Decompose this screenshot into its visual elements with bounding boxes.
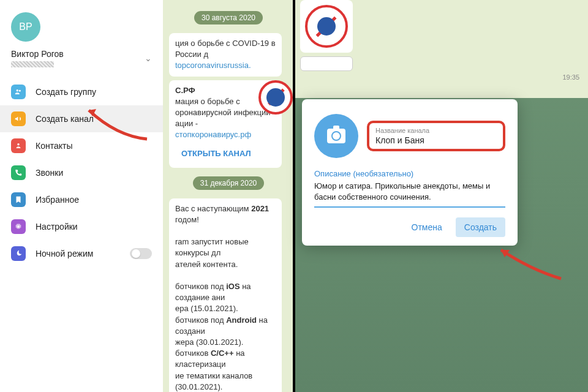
cancel-button[interactable]: Отмена: [403, 217, 451, 237]
field-value: Клоп и Баня: [375, 135, 497, 145]
text: годом!: [175, 215, 199, 224]
text: мация о борьбе с: [175, 97, 240, 106]
group-icon: [11, 85, 26, 99]
text: Android: [226, 315, 257, 325]
text: оронавирусной инфекции: [175, 108, 271, 117]
date-pill: 31 декабря 2020: [193, 176, 264, 190]
text: ботчиков под: [175, 315, 226, 325]
menu-create-group[interactable]: Создать группу: [0, 78, 163, 105]
bookmark-icon: [11, 192, 26, 207]
chevron-down-icon[interactable]: ⌄: [145, 53, 152, 63]
text: Вас с наступающим: [175, 204, 251, 213]
annotation-arrow-icon: [80, 105, 153, 142]
text: ция о борьбе с COVID-19 в России д: [175, 39, 276, 59]
svg-point-0: [17, 89, 19, 92]
text: ера (15.01.2021).: [175, 304, 238, 313]
text: C/C++: [211, 349, 234, 358]
date-pill: 30 августа 2020: [194, 11, 263, 24]
chat-panel-right: 19:35 Название канала Клоп и Баня Описан…: [294, 0, 588, 392]
svg-point-2: [17, 143, 20, 146]
chat-panel-left: 30 августа 2020 ция о борьбе с COVID-19 …: [163, 0, 294, 392]
text: жера (30.01.2021).: [175, 337, 243, 347]
phone-icon: [11, 165, 26, 180]
channel-name-field[interactable]: Название канала Клоп и Баня: [367, 121, 505, 151]
text: ации -: [175, 119, 198, 128]
menu-label: Избранное: [36, 195, 152, 205]
channel-photo-button[interactable]: [314, 114, 358, 158]
text: С.РФ: [175, 86, 195, 95]
open-channel-button[interactable]: ОТКРЫТЬ КАНАЛ: [175, 145, 257, 163]
text: ботчиков: [175, 349, 211, 358]
menu-label: Создать группу: [36, 87, 152, 97]
text: iOS: [226, 282, 239, 291]
text: ram запустит новые конкурсы дл: [175, 237, 249, 257]
menu-label: Ночной режим: [36, 249, 120, 258]
sticker-message: [300, 0, 353, 53]
phone-hidden: [11, 61, 54, 67]
text-input-stub[interactable]: [300, 56, 353, 71]
message: ция о борьбе с COVID-19 в России д topco…: [169, 33, 282, 77]
menu-label: Настройки: [36, 222, 152, 232]
link[interactable]: стопкоронавирус.рф: [175, 130, 251, 139]
menu-label: Звонки: [36, 168, 152, 178]
create-button[interactable]: Создать: [456, 217, 505, 237]
annotation-arrow-icon: [494, 245, 567, 282]
menu-calls[interactable]: Звонки: [0, 159, 163, 186]
chat-background: 19:35: [294, 0, 588, 98]
megaphone-icon: [11, 111, 26, 126]
split-divider: [293, 0, 295, 392]
message-time: 19:35: [562, 74, 579, 81]
description-input[interactable]: Юмор и сатира. Прикольные анекдоты, мемы…: [314, 181, 505, 208]
description-label: Описание (необязательно): [314, 169, 505, 178]
night-mode-toggle[interactable]: [130, 248, 152, 259]
svg-point-1: [19, 90, 21, 92]
create-channel-modal: Название канала Клоп и Баня Описание (не…: [302, 99, 518, 246]
gear-icon: [11, 219, 26, 234]
sidebar: ВР Виктор Рогов ⌄ Создать группу Создать…: [0, 0, 163, 392]
menu-saved[interactable]: Избранное: [0, 186, 163, 213]
link[interactable]: topcoronavirusrussia.: [175, 61, 251, 70]
stop-virus-icon: [305, 5, 348, 48]
contacts-icon: [11, 138, 26, 153]
text: ателей контента.: [175, 260, 238, 269]
text: ботчиков под: [175, 282, 226, 291]
user-name: Виктор Рогов: [11, 49, 64, 59]
text: 2021: [251, 204, 269, 213]
menu-settings[interactable]: Настройки: [0, 213, 163, 240]
menu-label: Контакты: [36, 141, 152, 151]
message: С.РФ мация о борьбе с оронавирусной инфе…: [169, 80, 282, 168]
avatar[interactable]: ВР: [11, 12, 40, 42]
field-label: Название канала: [375, 127, 497, 134]
menu-night-mode[interactable]: Ночной режим: [0, 240, 163, 267]
text: ие тематики каналов (30.01.2021).: [175, 371, 252, 391]
camera-icon: [327, 129, 345, 143]
moon-icon: [11, 246, 26, 261]
message: Вас с наступающим 2021 годом! ram запуст…: [169, 198, 282, 392]
